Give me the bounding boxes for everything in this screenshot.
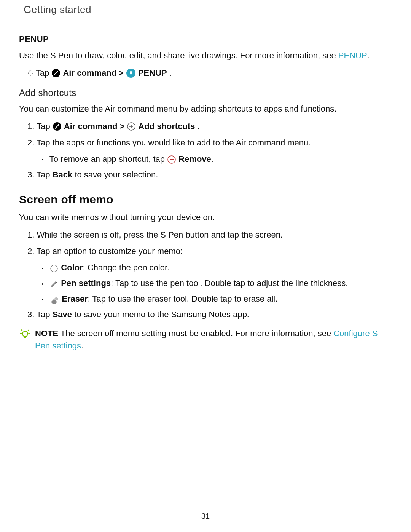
screenoff-step-3: 3. Tap Save to save your memo to the Sam… (27, 308, 392, 321)
air-command-icon (51, 69, 61, 78)
eraser-icon (49, 295, 59, 304)
pen-settings-label: Pen settings (61, 278, 111, 288)
remove-icon (167, 155, 176, 164)
remove-label: Remove (178, 154, 211, 164)
save-label: Save (53, 310, 72, 319)
bullet-dot-icon (42, 159, 43, 160)
tap-label: Tap (37, 310, 53, 319)
step-number: 3. (27, 170, 34, 179)
note-body: NOTE The screen off memo setting must be… (35, 328, 392, 352)
note-row: NOTE The screen off memo setting must be… (19, 328, 392, 352)
page-content: PENUP Use the S Pen to draw, color, edit… (19, 34, 392, 352)
air-command-label: Air command (64, 120, 118, 133)
step-number: 2. (27, 246, 34, 256)
step-number: 1. (27, 230, 34, 240)
add-shortcuts-step-2: 2. Tap the apps or functions you would l… (27, 136, 392, 149)
tap-label: Tap (37, 120, 50, 133)
eraser-label: Eraser (62, 294, 88, 304)
svg-rect-13 (24, 337, 26, 338)
screenoff-step-1: 1. While the screen is off, press the S … (27, 228, 392, 241)
air-command-icon (53, 122, 62, 131)
svg-point-12 (22, 331, 28, 337)
penup-step: Tap Air command > PENUP. (27, 67, 392, 79)
screen-off-desc: You can write memos without turning your… (19, 211, 392, 224)
bullet-dot-icon (42, 283, 43, 285)
svg-point-0 (28, 71, 33, 75)
pen-rest: : Tap to use the pen tool. Double tap to… (111, 278, 348, 288)
color-label: Color (61, 263, 83, 272)
svg-line-8 (21, 330, 22, 331)
sub-text: To remove an app shortcut, tap (49, 154, 165, 164)
note-label: NOTE (35, 329, 58, 338)
header-rule (19, 3, 19, 18)
eraser-rest: : Tap to use the eraser tool. Double tap… (88, 294, 278, 304)
step-number: 2. (27, 138, 34, 147)
penup-tail: . (169, 67, 172, 79)
breadcrumb-separator: > (119, 120, 124, 133)
svg-line-9 (28, 330, 29, 331)
page-number: 31 (0, 512, 411, 521)
step3-rest: to save your memo to the Samsung Notes a… (72, 310, 249, 319)
penup-app-icon (126, 68, 136, 78)
screenoff-eraser-option: Eraser: Tap to use the eraser tool. Doub… (42, 292, 392, 305)
penup-desc-tail: . (367, 51, 370, 60)
bullet-dot-icon (42, 268, 43, 269)
screenoff-step-2: 2. Tap an option to customize your memo: (27, 245, 392, 257)
air-command-label: Air command (63, 67, 116, 79)
add-shortcuts-label: Add shortcuts (138, 120, 195, 133)
note-tail: . (81, 341, 83, 350)
step-number: 1. (27, 120, 34, 133)
add-shortcuts-heading: Add shortcuts (19, 88, 392, 98)
penup-desc-text: Use the S Pen to draw, color, edit, and … (19, 51, 338, 60)
step3-rest: to save your selection. (72, 170, 158, 179)
bullet-dot-icon (42, 299, 43, 300)
step-number: 3. (27, 310, 34, 319)
tap-label: Tap (37, 170, 53, 179)
tap-label: Tap (36, 67, 49, 79)
step2-text: Tap the apps or functions you would like… (37, 138, 311, 147)
penup-description: Use the S Pen to draw, color, edit, and … (19, 50, 392, 62)
color-rest: : Change the pen color. (83, 263, 170, 272)
page-header: Getting started (24, 4, 91, 16)
penup-link[interactable]: PENUP (338, 51, 367, 60)
step2-text: Tap an option to customize your memo: (37, 246, 183, 256)
screenoff-color-option: Color: Change the pen color. (42, 261, 392, 274)
step1-text: While the screen is off, press the S Pen… (37, 230, 283, 240)
penup-heading: PENUP (19, 34, 392, 44)
lightbulb-note-icon (19, 328, 31, 340)
screenoff-pen-option: Pen settings: Tap to use the pen tool. D… (42, 277, 392, 289)
note-text: The screen off memo setting must be enab… (58, 329, 333, 338)
sub-tail: . (211, 154, 213, 164)
dotted-circle-bullet-icon (27, 70, 33, 76)
breadcrumb-separator: > (119, 67, 124, 79)
back-label: Back (53, 170, 73, 179)
penup-label: PENUP (138, 67, 167, 79)
screen-off-memo-heading: Screen off memo (19, 193, 392, 206)
add-shortcuts-step-3: 3. Tap Back to save your selection. (27, 168, 392, 181)
color-circle-icon (49, 264, 59, 273)
add-shortcuts-step-2-sub: To remove an app shortcut, tap Remove. (42, 153, 392, 165)
svg-point-6 (51, 265, 57, 272)
add-shortcuts-desc: You can customize the Air command menu b… (19, 103, 392, 115)
add-shortcuts-step-1: 1. Tap Air command > Add shortcuts. (27, 120, 392, 133)
step1-tail: . (197, 120, 199, 133)
pen-icon (49, 280, 59, 289)
add-icon (127, 122, 136, 131)
